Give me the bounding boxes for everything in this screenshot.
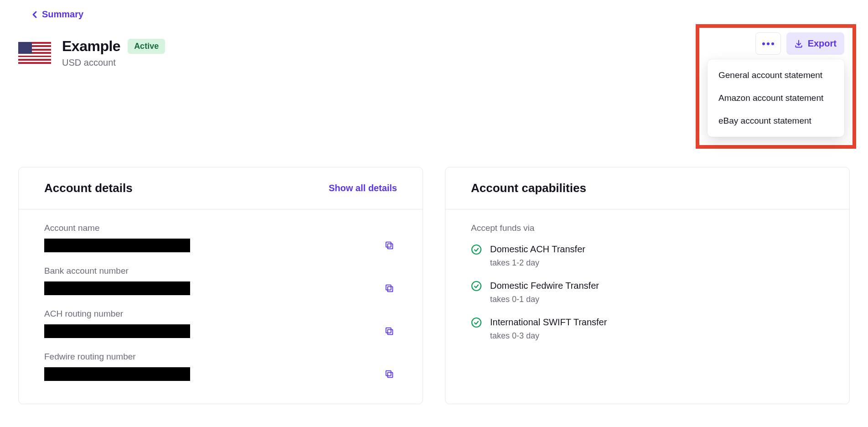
field-fedwire-routing-number: Fedwire routing number <box>44 352 397 382</box>
copy-icon <box>384 369 394 379</box>
svg-rect-1 <box>386 242 391 247</box>
details-card-title: Account details <box>44 181 133 195</box>
capability-item: Domestic Fedwire Transfer takes 0-1 day <box>471 281 824 304</box>
breadcrumb-label: Summary <box>42 9 83 20</box>
page-title: Example <box>62 38 120 55</box>
svg-rect-0 <box>388 244 393 249</box>
capability-name: International SWIFT Transfer <box>490 317 607 328</box>
breadcrumb[interactable]: Summary <box>32 9 83 20</box>
redacted-value <box>44 324 190 338</box>
capabilities-card-title: Account capabilities <box>471 181 586 195</box>
flag-us-icon <box>18 42 51 64</box>
svg-rect-2 <box>388 286 393 292</box>
copy-button[interactable] <box>382 323 397 339</box>
capability-note: takes 0-1 day <box>490 295 599 304</box>
field-label: ACH routing number <box>44 309 397 319</box>
capability-name: Domestic ACH Transfer <box>490 244 585 255</box>
copy-button[interactable] <box>382 366 397 382</box>
action-area-highlight: Export General account statement Amazon … <box>696 24 856 149</box>
account-capabilities-card: Account capabilities Accept funds via Do… <box>445 167 850 404</box>
svg-rect-3 <box>386 285 391 290</box>
check-circle-icon <box>471 281 482 293</box>
svg-point-9 <box>472 281 481 291</box>
dropdown-item-general[interactable]: General account statement <box>708 64 844 87</box>
field-label: Fedwire routing number <box>44 352 397 362</box>
svg-point-10 <box>472 318 481 327</box>
redacted-value <box>44 367 190 381</box>
capability-item: Domestic ACH Transfer takes 1-2 day <box>471 244 824 268</box>
check-circle-icon <box>471 317 482 330</box>
field-bank-account-number: Bank account number <box>44 266 397 296</box>
account-details-card: Account details Show all details Account… <box>18 167 423 404</box>
copy-button[interactable] <box>382 281 397 296</box>
svg-rect-5 <box>386 328 391 333</box>
svg-rect-6 <box>388 372 393 377</box>
page-subtitle: USD account <box>62 57 165 68</box>
export-label: Export <box>808 38 837 49</box>
chevron-left-icon <box>32 10 37 19</box>
field-ach-routing-number: ACH routing number <box>44 309 397 339</box>
capability-note: takes 0-3 day <box>490 331 607 341</box>
export-dropdown: General account statement Amazon account… <box>708 59 844 137</box>
redacted-value <box>44 281 190 295</box>
svg-rect-7 <box>386 371 391 376</box>
redacted-value <box>44 239 190 252</box>
show-all-details-link[interactable]: Show all details <box>329 183 397 193</box>
account-header: Example Active USD account <box>18 38 165 68</box>
field-label: Account name <box>44 223 397 233</box>
export-button[interactable]: Export <box>786 32 844 55</box>
download-icon <box>794 39 803 48</box>
field-label: Bank account number <box>44 266 397 276</box>
capability-note: takes 1-2 day <box>490 258 585 268</box>
svg-point-8 <box>472 245 481 254</box>
dropdown-item-amazon[interactable]: Amazon account statement <box>708 87 844 109</box>
copy-button[interactable] <box>382 238 397 253</box>
dropdown-item-ebay[interactable]: eBay account statement <box>708 109 844 132</box>
title-block: Example Active USD account <box>62 38 165 68</box>
svg-rect-4 <box>388 329 393 334</box>
field-account-name: Account name <box>44 223 397 253</box>
page-header: Example Active USD account Export Genera… <box>18 38 850 149</box>
capability-name: Domestic Fedwire Transfer <box>490 281 599 291</box>
more-icon <box>762 42 774 45</box>
copy-icon <box>384 326 394 336</box>
copy-icon <box>384 283 394 293</box>
more-button[interactable] <box>755 32 781 55</box>
accept-funds-label: Accept funds via <box>471 223 824 233</box>
capability-item: International SWIFT Transfer takes 0-3 d… <box>471 317 824 341</box>
check-circle-icon <box>471 244 482 257</box>
copy-icon <box>384 240 394 250</box>
status-badge: Active <box>128 39 165 54</box>
